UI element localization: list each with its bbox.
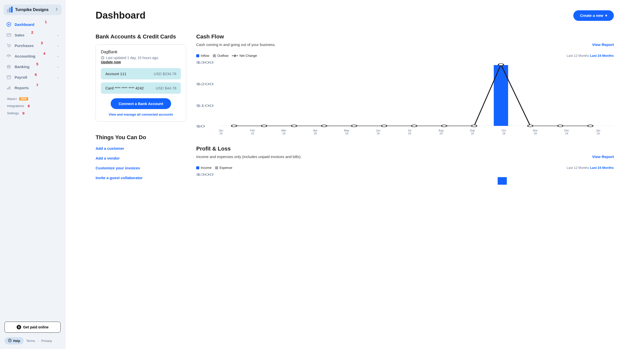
card-icon xyxy=(6,32,12,38)
annotation-badge: 2 xyxy=(31,30,33,34)
x-tick: Feb18 xyxy=(237,129,268,135)
profit-loss-section: Profit & Loss Income and expenses only (… xyxy=(196,145,614,185)
nav-dashboard[interactable]: Dashboard 1 xyxy=(3,19,63,30)
svg-point-32 xyxy=(558,125,563,127)
cashflow-subtitle: Cash coming in and going out of your bus… xyxy=(196,42,276,47)
x-tick: Jan19 xyxy=(582,129,614,135)
nav-payroll[interactable]: Payroll 6 ⌄ xyxy=(3,72,63,82)
swatch-icon xyxy=(196,54,199,57)
svg-point-22 xyxy=(261,125,267,127)
nav-purchases[interactable]: Purchases 3 ⌄ xyxy=(3,40,63,51)
bank-card: DagBank Last updated 1 day, 15 hours ago… xyxy=(96,44,186,122)
account-amount: USD $234.78 xyxy=(154,72,176,76)
timefilter-24[interactable]: Last 24 Months xyxy=(590,166,614,170)
y-tick: $300 xyxy=(196,61,214,64)
account-row[interactable]: Card **** **** **** 4242 USD $44.78 xyxy=(101,82,181,94)
timefilter-12[interactable]: Last 12 Months xyxy=(567,166,589,170)
chevron-down-icon: ⌄ xyxy=(57,44,59,47)
svg-rect-16 xyxy=(10,86,10,89)
account-row[interactable]: Account 111 USD $234.78 xyxy=(101,68,181,79)
company-selector[interactable]: Turnpike Designs xyxy=(4,5,62,15)
chevron-right-icon xyxy=(56,8,58,12)
svg-point-1 xyxy=(8,24,10,25)
secondary-nav: Wave+ NEW Integrations 8 Settings 9 xyxy=(3,93,63,117)
nav-label: Banking xyxy=(15,65,29,69)
main-header: Dashboard Create a new ▾ xyxy=(96,10,614,21)
cashflow-legend: Inflow Outflow Net Change Last 12 Months… xyxy=(196,54,614,58)
nav-banking[interactable]: Banking 5 ⌄ xyxy=(3,61,63,72)
get-paid-online-button[interactable]: $ Get paid online xyxy=(5,322,61,333)
scales-icon xyxy=(6,53,12,59)
cashflow-view-report-link[interactable]: View Report xyxy=(592,42,614,47)
annotation-badge: 9 xyxy=(22,111,24,115)
svg-point-4 xyxy=(8,47,9,47)
dashboard-icon xyxy=(6,22,12,27)
things-link-vendor[interactable]: Add a vendor xyxy=(96,156,186,160)
nav-label: Purchases xyxy=(15,43,34,48)
clock-icon xyxy=(101,56,104,60)
y-tick: $200 xyxy=(196,82,214,86)
things-link-customer[interactable]: Add a customer xyxy=(96,146,186,151)
create-new-button[interactable]: Create a new ▾ xyxy=(573,10,614,21)
nav-label: Reports xyxy=(15,86,29,90)
help-label: Help xyxy=(13,339,20,343)
timefilter-24[interactable]: Last 24 Months xyxy=(590,54,614,58)
x-tick: Nov18 xyxy=(519,129,551,135)
net-change-line xyxy=(234,65,590,126)
company-name: Turnpike Designs xyxy=(15,8,53,12)
update-now-link[interactable]: Update now xyxy=(101,60,121,64)
connect-bank-button[interactable]: Connect a Bank Account xyxy=(111,98,171,109)
chevron-down-icon: ⌄ xyxy=(57,65,59,68)
nav-label: Accounting xyxy=(15,54,35,58)
help-icon: ? xyxy=(8,339,12,343)
svg-point-33 xyxy=(588,125,593,127)
nav-reports[interactable]: Reports 7 xyxy=(3,82,63,93)
caret-down-icon: ▾ xyxy=(605,13,607,18)
annotation-badge: 5 xyxy=(36,62,38,66)
cashflow-chart: $300 $200 $100 $0 Jan18 xyxy=(196,60,614,133)
things-you-can-do: Things You Can Do Add a customer Add a v… xyxy=(96,134,186,180)
page-title: Dashboard xyxy=(96,10,145,21)
pl-view-report-link[interactable]: View Report xyxy=(592,155,614,159)
button-label: Get paid online xyxy=(23,325,49,329)
swatch-icon xyxy=(196,166,199,169)
things-title: Things You Can Do xyxy=(96,134,186,141)
dollar-icon: $ xyxy=(17,325,21,329)
nav-sales[interactable]: Sales 2 ⌄ xyxy=(3,30,63,40)
button-label: Create a new xyxy=(580,13,603,18)
legend-income: Income xyxy=(196,166,212,170)
svg-point-29 xyxy=(472,125,477,127)
terms-link[interactable]: Terms xyxy=(26,339,35,343)
sidebar-bottom: $ Get paid online ? Help Terms • Privacy xyxy=(0,317,65,349)
x-tick: Jan18 xyxy=(205,129,237,135)
things-link-collaborator[interactable]: Invite a guest collaborator xyxy=(96,176,186,180)
account-name: Account 111 xyxy=(105,72,126,76)
legend-expense: Expense xyxy=(215,166,232,170)
nav-accounting[interactable]: Accounting 4 ⌄ xyxy=(3,51,63,61)
cashflow-timefilter: Last 12 Months Last 24 Months xyxy=(567,54,614,58)
privacy-link[interactable]: Privacy xyxy=(41,339,52,343)
subnav-integrations[interactable]: Integrations 8 xyxy=(7,102,58,110)
svg-rect-2 xyxy=(7,34,11,36)
svg-rect-15 xyxy=(8,87,9,89)
view-all-accounts-link[interactable]: View and manage all connected accounts xyxy=(101,113,181,116)
x-tick: Aug18 xyxy=(425,129,457,135)
subnav-waveplus[interactable]: Wave+ NEW xyxy=(7,95,58,102)
timefilter-12[interactable]: Last 12 Months xyxy=(567,54,589,58)
nav-label: Dashboard xyxy=(15,22,34,27)
svg-point-25 xyxy=(351,125,357,127)
x-tick: Mar18 xyxy=(268,129,300,135)
annotation-badge: 7 xyxy=(36,83,38,87)
help-button[interactable]: ? Help xyxy=(5,337,24,344)
annotation-badge: 4 xyxy=(43,51,45,56)
annotation-badge: 1 xyxy=(45,20,47,24)
svg-point-5 xyxy=(10,47,10,47)
account-name: Card **** **** **** 4242 xyxy=(105,86,144,90)
wave-logo-icon xyxy=(7,7,13,13)
pl-title: Profit & Loss xyxy=(196,145,614,152)
subnav-settings[interactable]: Settings 9 xyxy=(7,110,58,117)
separator-dot: • xyxy=(38,339,39,343)
svg-point-21 xyxy=(231,125,237,127)
net-marker-icon xyxy=(232,55,238,57)
things-link-invoices[interactable]: Customize your invoices xyxy=(96,166,186,170)
